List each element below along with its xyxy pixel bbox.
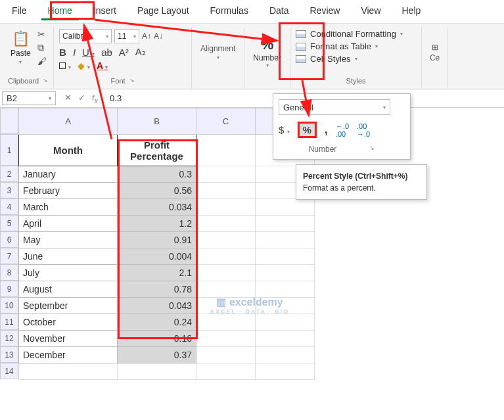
cell-month[interactable]: September (19, 298, 118, 314)
row-header-14[interactable]: 14 (0, 363, 18, 379)
row-header-13[interactable]: 13 (0, 346, 18, 363)
enter-icon[interactable]: ✓ (78, 93, 85, 105)
row-header-5[interactable]: 5 (0, 215, 18, 231)
cell-profit[interactable]: 0.3 (118, 166, 196, 183)
cell[interactable] (19, 363, 118, 380)
alignment-label[interactable]: Alignment (200, 44, 235, 53)
cell[interactable] (256, 199, 315, 216)
cell-profit[interactable]: 0.004 (118, 248, 196, 265)
number-dialog-icon[interactable]: ↘ (369, 145, 375, 154)
menu-insert[interactable]: Insert (87, 3, 123, 20)
comma-style-button[interactable]: , (325, 123, 328, 137)
superscript-button[interactable]: A² (119, 47, 129, 58)
cell[interactable] (256, 216, 315, 232)
row-header-2[interactable]: 2 (0, 166, 18, 182)
row-header-1[interactable]: 1 (0, 134, 18, 166)
fill-color-button[interactable]: ◆ ▾ (78, 60, 90, 71)
currency-button[interactable]: $ ▾ (279, 124, 290, 135)
cell-profit[interactable]: 0.043 (118, 298, 196, 314)
percent-style-button[interactable]: % (298, 122, 317, 138)
cell[interactable] (196, 331, 256, 347)
row-header-12[interactable]: 12 (0, 330, 18, 346)
cell[interactable] (196, 135, 256, 166)
header-month[interactable]: Month (19, 135, 118, 166)
cell[interactable] (196, 347, 256, 363)
cell-profit[interactable]: 2.1 (118, 265, 196, 281)
cell-month[interactable]: March (19, 199, 118, 216)
clipboard-dialog-icon[interactable]: ↘ (43, 77, 48, 85)
cell[interactable] (256, 248, 315, 265)
menu-view[interactable]: View (354, 3, 387, 20)
cell-month[interactable]: May (19, 232, 118, 248)
subscript-button[interactable]: A₂ (135, 46, 146, 58)
name-box[interactable]: B2▾ (2, 91, 56, 105)
col-header-C[interactable]: C (196, 108, 256, 135)
cell[interactable] (196, 281, 256, 298)
format-painter-icon[interactable]: 🖌 (37, 56, 47, 66)
cell[interactable] (196, 314, 256, 331)
row-header-3[interactable]: 3 (0, 182, 18, 198)
cell[interactable] (118, 363, 196, 380)
row-header-11[interactable]: 11 (0, 314, 18, 330)
menu-data[interactable]: Data (263, 3, 296, 20)
conditional-formatting-button[interactable]: Conditional Formatting ▾ (296, 29, 416, 39)
cell[interactable] (256, 331, 315, 347)
font-dialog-icon[interactable]: ↘ (129, 77, 135, 85)
select-all-corner[interactable] (0, 108, 18, 134)
copy-icon[interactable]: ⧉ (37, 42, 47, 53)
format-as-table-button[interactable]: Format as Table ▾ (296, 41, 416, 51)
bold-button[interactable]: B (59, 47, 66, 58)
cell-month[interactable]: June (19, 248, 118, 265)
cell-profit[interactable]: 0.37 (118, 347, 196, 363)
fx-icon[interactable]: fx (92, 93, 98, 105)
col-header-B[interactable]: B (118, 108, 196, 135)
cell-profit[interactable]: 0.78 (118, 281, 196, 298)
border-button[interactable]: ▾ (59, 60, 71, 71)
formula-input[interactable]: 0.3 (104, 93, 127, 103)
cell[interactable] (196, 183, 256, 199)
menu-home[interactable]: Home (41, 3, 79, 20)
cancel-icon[interactable]: ✕ (64, 93, 72, 105)
cell-profit[interactable]: 0.16 (118, 331, 196, 347)
cell-profit[interactable]: 0.56 (118, 183, 196, 199)
menu-help[interactable]: Help (396, 3, 428, 20)
col-header-A[interactable]: A (19, 108, 118, 135)
row-header-9[interactable]: 9 (0, 281, 18, 297)
strike-button[interactable]: ab (101, 47, 112, 58)
cells-icon[interactable]: ⊞ (432, 43, 438, 52)
row-header-7[interactable]: 7 (0, 248, 18, 264)
cut-icon[interactable]: ✂ (37, 29, 47, 39)
cell[interactable] (196, 248, 256, 265)
cell-profit[interactable]: 0.24 (118, 314, 196, 331)
menu-file[interactable]: File (5, 3, 34, 20)
cell[interactable] (196, 363, 256, 380)
underline-button[interactable]: U ▾ (82, 47, 95, 58)
cell[interactable] (196, 166, 256, 183)
cell[interactable] (256, 281, 315, 298)
number-format-button[interactable]: % Number ▾ (250, 29, 285, 76)
cell-month[interactable]: July (19, 265, 118, 281)
row-header-4[interactable]: 4 (0, 198, 18, 215)
cell-month[interactable]: January (19, 166, 118, 183)
shrink-font-icon[interactable]: A↓ (154, 32, 163, 41)
cell[interactable] (196, 199, 256, 216)
italic-button[interactable]: I (73, 47, 76, 58)
cell[interactable] (196, 265, 256, 281)
cell-month[interactable]: April (19, 216, 118, 232)
cell-month[interactable]: August (19, 281, 118, 298)
chevron-down-icon[interactable]: ▾ (217, 55, 219, 60)
cell-month[interactable]: February (19, 183, 118, 199)
cell[interactable] (256, 265, 315, 281)
cell-profit[interactable]: 0.91 (118, 232, 196, 248)
cell[interactable] (256, 232, 315, 248)
cell-month[interactable]: December (19, 347, 118, 363)
row-header-6[interactable]: 6 (0, 231, 18, 248)
cell[interactable] (256, 347, 315, 363)
font-size-select[interactable]: 11▾ (114, 29, 139, 43)
menu-pagelayout[interactable]: Page Layout (131, 3, 196, 20)
cell-profit[interactable]: 0.034 (118, 199, 196, 216)
font-color-button[interactable]: A ▾ (97, 60, 108, 71)
grow-font-icon[interactable]: A↑ (142, 32, 151, 41)
row-header-8[interactable]: 8 (0, 264, 18, 281)
paste-button[interactable]: 📋 Paste ▾ (8, 29, 34, 76)
